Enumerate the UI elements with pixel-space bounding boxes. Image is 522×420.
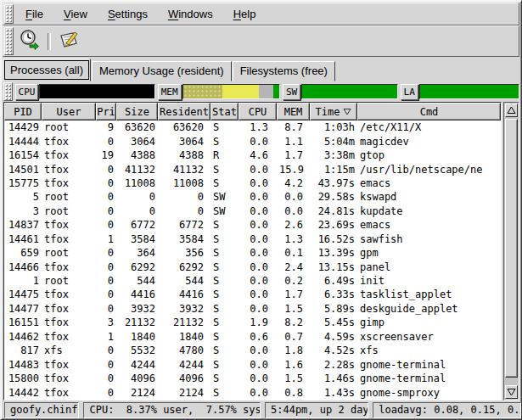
cell-cpu: 0.0 [239, 344, 277, 356]
cell-pri: 1 [96, 233, 116, 245]
column-header-pid[interactable]: PID [4, 103, 42, 120]
hostname-panel: goofy.chinfox [4, 402, 79, 418]
bars-grip-handle[interactable] [3, 82, 13, 101]
process-row[interactable]: 817xfs055324780S0.01.84.52sxfs [4, 344, 501, 357]
menu-help[interactable]: Help [226, 5, 264, 23]
process-row[interactable]: 14444tfox030643064S0.01.15:04mmagicdev [4, 134, 501, 148]
process-row[interactable]: 14442tfox021242124S0.00.81.43sgnome-smpr… [4, 385, 501, 399]
cell-pid: 14461 [4, 233, 42, 245]
edit-note-button[interactable] [54, 29, 83, 54]
tab-memory-usage-resident[interactable]: Memory Usage (resident) [92, 61, 232, 81]
cell-stat: SW [210, 191, 239, 203]
cell-time: 13.39s [310, 247, 357, 259]
process-row[interactable]: 16154tfox1943884388R4.61.73:38mgtop [4, 148, 501, 162]
cell-size: 364 [116, 247, 158, 259]
cell-user: root [42, 247, 96, 259]
timer-clock-button[interactable] [15, 29, 44, 54]
cell-stat: S [210, 219, 239, 231]
mem-bar-label[interactable]: MEM [158, 84, 182, 100]
process-row[interactable]: 14475tfox044164416S0.01.76.33stasklist_a… [4, 288, 501, 301]
cell-mem: 1.3 [277, 233, 310, 245]
process-row[interactable]: 16151tfox32113221132S1.98.25.45sgimp [4, 316, 501, 329]
cpu-bar-label[interactable]: CPU [15, 84, 39, 100]
sw-bar-label[interactable]: SW [283, 84, 300, 100]
menu-windows[interactable]: Windows [160, 5, 221, 23]
column-header-time[interactable]: Time [310, 103, 357, 120]
vertical-scrollbar[interactable] [503, 102, 519, 400]
column-header-cmd[interactable]: Cmd [357, 103, 501, 120]
process-row[interactable]: 14477tfox039323932S0.01.55.89sdeskguide_… [4, 302, 501, 316]
column-header-size[interactable]: Size [116, 103, 158, 120]
scrollbar-thumb[interactable] [505, 119, 518, 378]
cell-stat: S [210, 275, 239, 287]
process-row[interactable]: 14462tfox118401840S0.60.74.59sxscreensav… [4, 330, 501, 344]
la-bar-segment [420, 85, 519, 98]
cell-size: 11008 [116, 177, 158, 189]
column-label: CPU [249, 106, 267, 118]
column-header-pri[interactable]: Pri [96, 103, 116, 120]
edit-note-icon [58, 29, 80, 53]
gtop-window: FileViewSettingsWindowsHelp [0, 0, 522, 420]
process-row[interactable]: 3root000SW0.00.024.81skupdate [4, 204, 501, 218]
toolbar-grip-handle[interactable] [4, 27, 14, 55]
menu-settings[interactable]: Settings [100, 5, 155, 23]
cell-pri: 0 [96, 205, 116, 217]
process-row[interactable]: 14466tfox062926292S0.02.413.15spanel [4, 260, 501, 273]
cell-user: tfox [42, 149, 96, 161]
menu-file[interactable]: File [18, 5, 51, 23]
cpu-usage-text: CPU: 8.37% user, 7.57% system [89, 404, 261, 416]
cell-resident: 3584 [158, 233, 210, 245]
process-row[interactable]: 14429root96362063620S1.38.71:03h/etc/X11… [4, 120, 501, 134]
cell-size: 3064 [116, 136, 158, 148]
menu-view[interactable]: View [56, 5, 95, 23]
column-header-mem[interactable]: MEM [277, 103, 310, 120]
hostname-text: goofy.chinfox [10, 404, 79, 416]
cell-mem: 1.8 [277, 344, 310, 356]
cell-mem: 4.2 [277, 177, 310, 189]
process-row[interactable]: 15775tfox01100811008S0.04.243.97semacs [4, 176, 501, 190]
table-body: 14429root96362063620S1.38.71:03h/etc/X11… [4, 120, 501, 400]
column-header-stat[interactable]: Stat [210, 103, 239, 120]
process-row[interactable]: 14501tfox04113241132S0.015.91:15m/usr/li… [4, 162, 501, 176]
process-row[interactable]: 659root0364356S0.00.113.39sgpm [4, 246, 501, 260]
cell-cpu: 0.0 [239, 359, 277, 371]
cell-cmd: /usr/lib/netscape/ne [357, 164, 501, 176]
cell-user: xfs [42, 344, 96, 356]
la-bar-label[interactable]: LA [401, 84, 418, 100]
column-header-user[interactable]: User [42, 103, 96, 120]
cell-mem: 1.7 [277, 149, 310, 161]
cell-mem: 1.5 [277, 372, 310, 384]
cell-time: 4.59s [310, 331, 357, 343]
tab-processes-all[interactable]: Processes (all) [3, 59, 91, 81]
process-row[interactable]: 14461tfox135843584S0.01.316.52ssawfish [4, 232, 501, 246]
process-row[interactable]: 14837tfox067726772S0.02.623.69semacs [4, 218, 501, 232]
column-header-resident[interactable]: Resident [158, 103, 210, 120]
column-header-cpu[interactable]: CPU [239, 103, 277, 120]
cell-pid: 14442 [4, 387, 42, 399]
process-row[interactable]: 5root000SW0.00.029.58skswapd [4, 190, 501, 204]
scroll-up-button[interactable] [505, 104, 518, 117]
column-label: Stat [212, 106, 237, 118]
loadavg-text: loadavg: 0.08, 0.15, 0.25 [379, 404, 521, 416]
cell-size: 6292 [116, 261, 158, 273]
tab-filesystems-free[interactable]: Filesystems (free) [233, 61, 335, 81]
cell-size: 6772 [116, 219, 158, 231]
cell-pri: 0 [96, 261, 116, 273]
process-row[interactable]: 1root0544544S0.00.26.49sinit [4, 274, 501, 288]
cell-cpu: 0.0 [239, 191, 277, 203]
cell-stat: S [210, 247, 239, 259]
cell-cpu: 0.6 [239, 331, 277, 343]
table-header: PIDUserPriSizeResidentStatCPUMEMTimeCmd [4, 103, 501, 120]
cell-pri: 0 [96, 136, 116, 148]
cell-cmd: tasklist_applet [357, 288, 501, 300]
cell-cpu: 0.0 [239, 219, 277, 231]
process-row[interactable]: 14483tfox042444244S0.01.62.28sgnome-term… [4, 357, 501, 371]
cell-mem: 0.0 [277, 191, 310, 203]
cell-pid: 14475 [4, 288, 42, 300]
cell-resident: 4416 [158, 288, 210, 300]
scroll-down-button[interactable] [505, 385, 518, 399]
cell-pid: 14477 [4, 303, 42, 315]
menubar-grip-handle[interactable] [4, 4, 14, 24]
mem-usage-bar [182, 84, 280, 99]
process-row[interactable]: 15800tfox040964096S0.01.51.46sgnome-term… [4, 372, 501, 385]
